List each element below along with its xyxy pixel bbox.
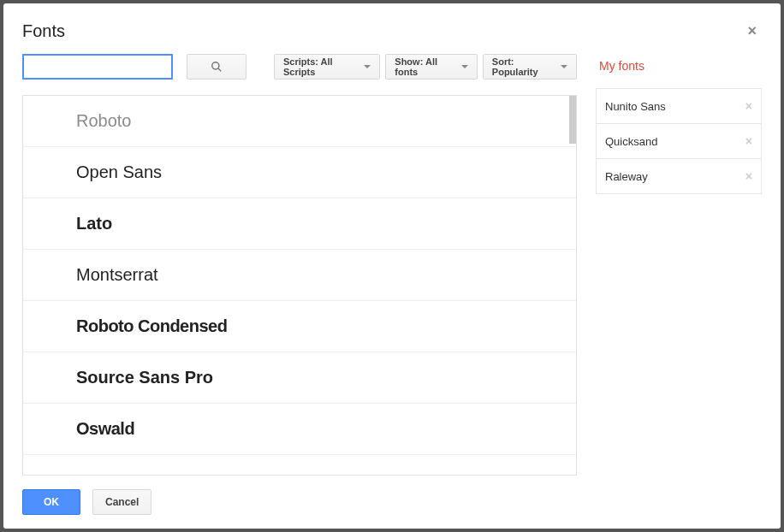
- remove-font-icon[interactable]: ×: [745, 134, 752, 148]
- scrollbar-thumb[interactable]: [569, 96, 576, 144]
- my-font-item[interactable]: Quicksand ×: [597, 124, 761, 159]
- my-fonts-list: Nunito Sans × Quicksand × Raleway ×: [596, 88, 762, 194]
- toolbar: Scripts: All Scripts Show: All fonts Sor…: [22, 54, 577, 95]
- cancel-button[interactable]: Cancel: [92, 489, 151, 515]
- svg-line-1: [218, 68, 222, 72]
- font-name: Montserrat: [76, 265, 158, 285]
- dialog-title: Fonts: [22, 21, 65, 41]
- caret-down-icon: [461, 65, 468, 68]
- font-item[interactable]: Lato: [23, 198, 576, 250]
- scripts-label: Scripts: All Scripts: [283, 56, 359, 77]
- font-name: Roboto Condensed: [76, 316, 227, 336]
- dialog-body: Scripts: All Scripts Show: All fonts Sor…: [3, 54, 781, 476]
- dialog-header: Fonts ×: [3, 3, 781, 54]
- svg-point-0: [212, 62, 219, 69]
- font-name: Open Sans: [76, 163, 162, 182]
- font-item[interactable]: Montserrat: [23, 250, 576, 301]
- font-list[interactable]: Roboto Open Sans Lato Montserrat Roboto …: [22, 95, 577, 476]
- font-name: Oswald: [76, 419, 134, 439]
- ok-button[interactable]: OK: [22, 489, 80, 515]
- main-panel: Scripts: All Scripts Show: All fonts Sor…: [22, 54, 577, 476]
- my-fonts-title: My fonts: [596, 54, 762, 88]
- filter-group: Scripts: All Scripts Show: All fonts Sor…: [274, 54, 577, 80]
- my-font-item[interactable]: Nunito Sans ×: [597, 89, 761, 124]
- font-item[interactable]: Roboto: [23, 96, 576, 147]
- my-font-name: Raleway: [605, 170, 648, 183]
- sort-dropdown[interactable]: Sort: Popularity: [483, 54, 577, 80]
- remove-font-icon[interactable]: ×: [745, 99, 752, 113]
- font-item[interactable]: Oswald: [23, 404, 576, 455]
- scripts-dropdown[interactable]: Scripts: All Scripts: [274, 54, 380, 80]
- fonts-dialog: Fonts × Scripts: All Scripts: [3, 3, 781, 529]
- my-font-item[interactable]: Raleway ×: [597, 159, 761, 194]
- search-icon: [211, 61, 223, 73]
- font-item[interactable]: Open Sans: [23, 147, 576, 198]
- caret-down-icon: [561, 65, 567, 68]
- caret-down-icon: [364, 65, 371, 68]
- font-item[interactable]: Source Sans Pro: [23, 352, 576, 404]
- my-font-name: Nunito Sans: [605, 100, 666, 113]
- my-font-name: Quicksand: [605, 135, 657, 148]
- font-name: Roboto: [76, 111, 132, 131]
- show-label: Show: All fonts: [395, 56, 456, 77]
- close-button[interactable]: ×: [742, 21, 762, 42]
- show-dropdown[interactable]: Show: All fonts: [385, 54, 478, 80]
- remove-font-icon[interactable]: ×: [745, 169, 752, 183]
- dialog-footer: OK Cancel: [3, 476, 781, 529]
- font-item[interactable]: Roboto Condensed: [23, 301, 576, 352]
- my-fonts-panel: My fonts Nunito Sans × Quicksand × Ralew…: [596, 54, 762, 476]
- search-button[interactable]: [187, 54, 246, 80]
- font-name: Source Sans Pro: [76, 368, 213, 387]
- font-name: Lato: [76, 214, 112, 233]
- search-input[interactable]: [22, 54, 173, 80]
- sort-label: Sort: Popularity: [492, 56, 555, 77]
